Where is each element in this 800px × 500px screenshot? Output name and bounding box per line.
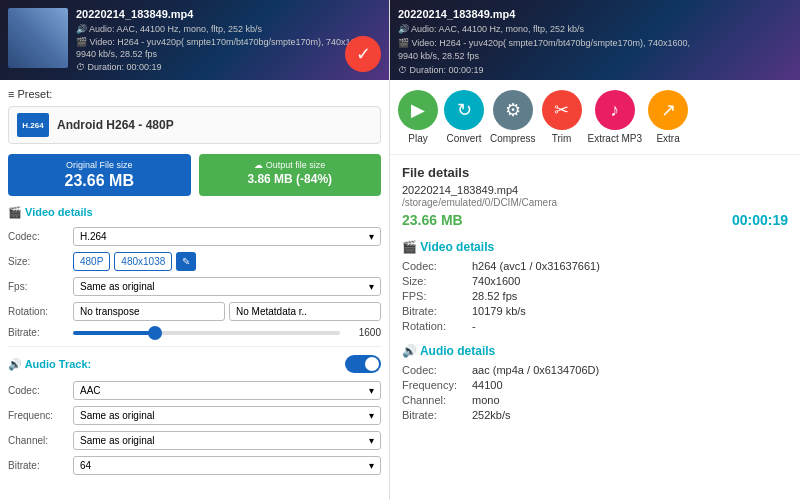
audio-channel-label: Channel: (8, 435, 73, 446)
audio-bitrate-value: 64 ▾ (73, 456, 381, 475)
audio-codec-value: AAC ▾ (73, 381, 381, 400)
v-codec-val: h264 (avc1 / 0x31637661) (472, 260, 600, 272)
a-channel-key: Channel: (402, 394, 472, 406)
audio-freq-select[interactable]: Same as original ▾ (73, 406, 381, 425)
convert-button[interactable]: ↻ Convert (444, 90, 484, 144)
bitrate-slider-row: 1600 (73, 327, 381, 338)
audio-freq-label: Frequenc: (8, 410, 73, 421)
extract-mp3-label: Extract MP3 (588, 133, 642, 144)
preset-row[interactable]: H.264 Android H264 - 480P (8, 106, 381, 144)
left-audio-meta: 🔊 Audio: AAC, 44100 Hz, mono, fltp, 252 … (76, 23, 381, 36)
size-row: Size: 480P 480x1038 ✎ (8, 252, 381, 271)
codec-select[interactable]: H.264 ▾ (73, 227, 381, 246)
audio-freq-value: Same as original ▾ (73, 406, 381, 425)
right-video-details-header: 🎬 Video details (402, 240, 788, 254)
v-fps-key: FPS: (402, 290, 472, 302)
size-select[interactable]: 480P (73, 252, 110, 271)
a-codec-key: Codec: (402, 364, 472, 376)
right-audio-meta: 🔊 Audio: AAC, 44100 Hz, mono, fltp, 252 … (398, 23, 690, 37)
v-size-row: Size: 740x1600 (402, 275, 788, 287)
extra-icon: ↗ (648, 90, 688, 130)
left-duration-meta: ⏱ Duration: 00:00:19 (76, 61, 381, 74)
size-edit-button[interactable]: ✎ (176, 252, 196, 271)
play-label: Play (408, 133, 427, 144)
fps-value: Same as original ▾ (73, 277, 381, 296)
audio-header-label: 🔊 Audio Track: (8, 358, 91, 371)
preset-label: ≡ Preset: (8, 88, 381, 100)
original-size-box: Original File size 23.66 MB (8, 154, 191, 196)
compress-button[interactable]: ⚙ Compress (490, 90, 536, 144)
original-size-label: Original File size (18, 160, 181, 170)
a-codec-val: aac (mp4a / 0x6134706D) (472, 364, 599, 376)
fps-row: Fps: Same as original ▾ (8, 277, 381, 296)
a-freq-key: Frequency: (402, 379, 472, 391)
v-bitrate-val: 10179 kb/s (472, 305, 526, 317)
v-fps-val: 28.52 fps (472, 290, 517, 302)
play-button[interactable]: ▶ Play (398, 90, 438, 144)
size-input[interactable]: 480x1038 (114, 252, 172, 271)
video-details-header: 🎬 Video details (8, 206, 381, 219)
a-channel-val: mono (472, 394, 500, 406)
a-freq-row: Frequency: 44100 (402, 379, 788, 391)
audio-codec-label: Codec: (8, 385, 73, 396)
bitrate-row: Bitrate: 1600 (8, 327, 381, 338)
preset-name: Android H264 - 480P (57, 118, 174, 132)
a-channel-row: Channel: mono (402, 394, 788, 406)
audio-toggle[interactable] (345, 355, 381, 373)
left-video-thumbnail: 20220214_183849.mp4 🔊 Audio: AAC, 44100 … (0, 0, 389, 80)
fps-label: Fps: (8, 281, 73, 292)
output-size-label: ☁ Output file size (209, 160, 372, 170)
v-size-val: 740x1600 (472, 275, 520, 287)
size-value: 480P 480x1038 ✎ (73, 252, 381, 271)
audio-channel-value: Same as original ▾ (73, 431, 381, 450)
audio-bitrate-label: Bitrate: (8, 460, 73, 471)
right-video-thumbnail: 20220214_183849.mp4 🔊 Audio: AAC, 44100 … (390, 0, 800, 80)
left-video-meta: 🎬 Video: H264 - yuv420p( smpte170m/bt470… (76, 36, 381, 49)
preset-icon: H.264 (17, 113, 49, 137)
extract-mp3-icon: ♪ (595, 90, 635, 130)
action-bar: ▶ Play ↻ Convert ⚙ Compress ✂ Trim ♪ Ext… (390, 80, 800, 155)
left-video-meta2: 9940 kb/s, 28.52 fps (76, 48, 381, 61)
extract-mp3-button[interactable]: ♪ Extract MP3 (588, 90, 642, 144)
trim-button[interactable]: ✂ Trim (542, 90, 582, 144)
bitrate-label: Bitrate: (8, 327, 73, 338)
details-path: /storage/emulated/0/DCIM/Camera (402, 197, 788, 208)
play-icon: ▶ (398, 90, 438, 130)
audio-details-table: Codec: aac (mp4a / 0x6134706D) Frequency… (402, 364, 788, 421)
audio-bitrate-select[interactable]: 64 ▾ (73, 456, 381, 475)
rotation-select1[interactable]: No transpose (73, 302, 225, 321)
output-size-box: ☁ Output file size 3.86 MB (-84%) (199, 154, 382, 196)
extra-button[interactable]: ↗ Extra (648, 90, 688, 144)
rotation-select2[interactable]: No Metatdata r.. (229, 302, 381, 321)
v-bitrate-row: Bitrate: 10179 kb/s (402, 305, 788, 317)
audio-codec-select[interactable]: AAC ▾ (73, 381, 381, 400)
audio-freq-row: Frequenc: Same as original ▾ (8, 406, 381, 425)
right-audio-details-header: 🔊 Audio details (402, 344, 788, 358)
compress-label: Compress (490, 133, 536, 144)
fps-select[interactable]: Same as original ▾ (73, 277, 381, 296)
size-label: Size: (8, 256, 73, 267)
right-video-meta2: 9940 kb/s, 28.52 fps (398, 50, 690, 64)
bitrate-value: 1600 (73, 327, 381, 338)
a-freq-val: 44100 (472, 379, 503, 391)
audio-codec-row: Codec: AAC ▾ (8, 381, 381, 400)
bitrate-thumb (148, 326, 162, 340)
bitrate-slider[interactable] (73, 331, 340, 335)
left-content-area: ≡ Preset: H.264 Android H264 - 480P Orig… (0, 80, 389, 500)
output-size-value: 3.86 MB (-84%) (209, 172, 372, 186)
video-details-table: Codec: h264 (avc1 / 0x31637661) Size: 74… (402, 260, 788, 332)
rotation-label: Rotation: (8, 306, 73, 317)
extra-label: Extra (656, 133, 679, 144)
confirm-button[interactable]: ✓ (345, 36, 381, 72)
v-bitrate-key: Bitrate: (402, 305, 472, 317)
audio-channel-select[interactable]: Same as original ▾ (73, 431, 381, 450)
trim-label: Trim (552, 133, 572, 144)
rotation-value: No transpose No Metatdata r.. (73, 302, 381, 321)
a-codec-row: Codec: aac (mp4a / 0x6134706D) (402, 364, 788, 376)
left-video-info: 20220214_183849.mp4 🔊 Audio: AAC, 44100 … (76, 8, 381, 73)
left-filename: 20220214_183849.mp4 (76, 8, 381, 20)
right-panel: 20220214_183849.mp4 🔊 Audio: AAC, 44100 … (390, 0, 800, 500)
left-panel: 20220214_183849.mp4 🔊 Audio: AAC, 44100 … (0, 0, 390, 500)
audio-bitrate-row: Bitrate: 64 ▾ (8, 456, 381, 475)
file-details-title: File details (402, 165, 788, 180)
